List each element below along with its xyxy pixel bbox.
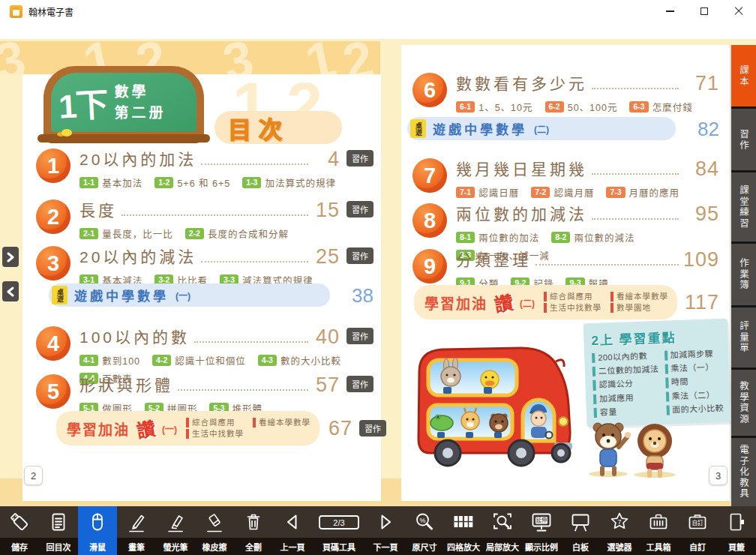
subsection[interactable]: 4-2認識十位和個位 bbox=[152, 353, 246, 368]
game-title[interactable]: 遊戲中學數學 bbox=[74, 286, 169, 304]
subsection[interactable]: 8-1兩位數的加法 bbox=[456, 230, 539, 244]
subsection[interactable]: 6-250、100元 bbox=[545, 100, 618, 114]
page-tabs-button[interactable]: 頁籤 bbox=[717, 506, 756, 555]
chapter-title[interactable]: 形狀與形體 bbox=[80, 373, 173, 395]
chapter-page-number: 57 bbox=[313, 375, 340, 395]
chapter-title[interactable]: 20以內的加法 bbox=[80, 147, 196, 170]
boost-title: 學習加油 bbox=[67, 418, 130, 439]
workbook-badge[interactable]: 習作 bbox=[346, 328, 374, 344]
subsection[interactable]: 4-3數的大小比較 bbox=[258, 353, 341, 368]
game-row-2[interactable]: 桌遊 遊戲中學數學 (二) 82 bbox=[407, 117, 719, 140]
sidebar-tab-textbook[interactable]: 課本 bbox=[731, 45, 756, 106]
back-to-toc-button[interactable]: 回目次 bbox=[39, 506, 78, 555]
toc-list-icon bbox=[47, 511, 70, 533]
toc-chapter-5[interactable]: 5 形狀與形體 57 習作 5-1做圖形 5-2拼圖形 5-3堆形體 bbox=[36, 373, 374, 416]
delete-all-button[interactable]: 全刪 bbox=[234, 506, 273, 555]
minimize-button[interactable] bbox=[652, 0, 687, 22]
lp-item: 時間 bbox=[665, 376, 723, 388]
chapter-title[interactable]: 長度 bbox=[80, 198, 117, 220]
subsection[interactable]: 6-11、5、10元 bbox=[456, 100, 533, 114]
subsection-code: 7-1 bbox=[456, 187, 475, 198]
number-picker-button[interactable]: 7 選號器 bbox=[600, 506, 639, 555]
dotted-leader bbox=[592, 218, 679, 220]
workbook-badge[interactable]: 習作 bbox=[346, 201, 374, 218]
chapter-title[interactable]: 數數看有多少元 bbox=[456, 71, 587, 94]
next-page-button[interactable]: 下一頁 bbox=[366, 506, 405, 555]
chapter-title[interactable]: 兩位數的加減法 bbox=[456, 202, 587, 224]
quad-zoom-button[interactable]: 四格放大 bbox=[444, 506, 483, 555]
toc-chapter-3[interactable]: 3 20以內的減法 25 習作 3-1基本減法 3-2比比看 3-3減法算式的規… bbox=[36, 244, 374, 287]
subsection[interactable]: 7-2認識月曆 bbox=[531, 185, 594, 200]
whiteboard-button[interactable]: 白板 bbox=[561, 506, 600, 555]
save-button[interactable]: 儲存 bbox=[0, 506, 39, 555]
workbook-badge[interactable]: 習作 bbox=[346, 376, 374, 392]
custom-button[interactable]: 自訂 自訂 bbox=[678, 506, 717, 555]
prev-page-button[interactable]: 上一頁 bbox=[273, 506, 312, 555]
workbook-badge[interactable]: 習作 bbox=[346, 150, 374, 166]
subsection-code: 8-1 bbox=[456, 232, 475, 243]
sidebar-tab-digital-tools[interactable]: 電子化教具 bbox=[731, 438, 756, 506]
sidebar-tab-class-practice[interactable]: 課堂練習 bbox=[731, 172, 756, 242]
maximize-button[interactable] bbox=[687, 0, 722, 22]
toolbar-label: 原尺寸 bbox=[412, 538, 437, 555]
subsection[interactable]: 8-2兩位數的減法 bbox=[551, 230, 634, 244]
subsection-label: 數到100 bbox=[102, 353, 140, 368]
original-size-button[interactable]: % 原尺寸 bbox=[405, 506, 444, 555]
subsection[interactable]: 1-3加法算式的規律 bbox=[242, 176, 336, 190]
toolbox-button[interactable]: 工具箱 bbox=[639, 506, 678, 555]
toolbar-label: 畫筆 bbox=[128, 538, 145, 555]
chapter-page-number: 71 bbox=[683, 74, 719, 94]
game-row-1[interactable]: 桌遊 遊戲中學數學 (一) 38 bbox=[49, 284, 374, 307]
highlighter-tool-button[interactable]: 螢光筆 bbox=[156, 506, 195, 555]
lp-title-text: 學習重點 bbox=[619, 331, 676, 347]
toc-chapter-9[interactable]: 9 分類整理 109 9-1分類 9-2記錄 9-3報讀 bbox=[412, 248, 719, 290]
boost-row-1[interactable]: 學習加油 讚 (一) 綜合與應用 看繪本學數學 生活中找數學 67 習作 bbox=[56, 411, 374, 446]
subsection[interactable]: 1-1基本加法 bbox=[80, 176, 142, 190]
boost-row-2[interactable]: 學習加油 讚 (二) 綜合與應用 看繪本學數學 生活中找數學 數學園地 117 bbox=[414, 285, 719, 320]
chapter-number-badge: 8 bbox=[412, 203, 447, 238]
chapter-title[interactable]: 幾月幾日星期幾 bbox=[456, 157, 587, 179]
sidebar-tab-assessment[interactable]: 評量單 bbox=[731, 308, 756, 368]
page-number-left[interactable]: 2 bbox=[24, 466, 43, 485]
minimize-icon bbox=[666, 10, 674, 12]
subsection[interactable]: 2-2長度的合成和分解 bbox=[185, 226, 289, 241]
close-button[interactable] bbox=[722, 0, 756, 22]
subsection[interactable]: 4-1數到100 bbox=[80, 353, 140, 368]
chapter-number-badge: 5 bbox=[36, 374, 70, 409]
lp-item: 加減兩步驟 bbox=[664, 349, 722, 361]
custom-case-icon: 自訂 bbox=[686, 511, 709, 533]
subsection-label: 兩位數的加法 bbox=[478, 230, 539, 244]
subsection[interactable]: 7-3月曆的應用 bbox=[606, 185, 680, 200]
sidebar-tab-teaching-resources[interactable]: 教學資源 bbox=[731, 370, 756, 436]
workbook-badge[interactable]: 習作 bbox=[346, 248, 374, 264]
chapter-title[interactable]: 20以內的減法 bbox=[80, 244, 196, 267]
usb-drive-icon bbox=[8, 511, 31, 533]
toc-chapter-2[interactable]: 2 長度 15 習作 2-1量長度，比一比 2-2長度的合成和分解 bbox=[36, 198, 374, 241]
area-zoom-button[interactable]: 局部放大 bbox=[483, 506, 522, 555]
workbook-badge[interactable]: 習作 bbox=[359, 420, 386, 436]
pen-tool-button[interactable]: 畫筆 bbox=[117, 506, 156, 555]
dotted-leader bbox=[536, 264, 679, 266]
chapter-number-badge: 1 bbox=[36, 148, 70, 183]
toolbar-label: 下一頁 bbox=[374, 538, 398, 555]
display-ratio-button[interactable]: 延伸 顯示比例 bbox=[522, 506, 561, 555]
mouse-tool-button[interactable]: 滑鼠 bbox=[78, 506, 117, 555]
nav-next-button[interactable] bbox=[2, 247, 19, 267]
sidebar-tab-homework[interactable]: 作業簿 bbox=[731, 244, 756, 305]
subsection[interactable]: 1-25+6 和 6+5 bbox=[154, 176, 230, 190]
game-title[interactable]: 遊戲中學數學 bbox=[433, 119, 527, 138]
toc-chapter-6[interactable]: 6 數數看有多少元 71 6-11、5、10元 6-250、100元 6-3怎麼… bbox=[412, 71, 719, 114]
eraser-tool-button[interactable]: 橡皮擦 bbox=[195, 506, 234, 555]
toc-chapter-1[interactable]: 1 20以內的加法 4 習作 1-1基本加法 1-25+6 和 6+5 1-3加… bbox=[36, 147, 374, 190]
subsection[interactable]: 7-1認識日曆 bbox=[456, 185, 519, 200]
chapter-title[interactable]: 分類整理 bbox=[456, 248, 531, 270]
boost-volume: (二) bbox=[520, 296, 535, 309]
page-number-tool[interactable]: 2/3 頁碼工具 bbox=[312, 506, 366, 555]
page-number-right[interactable]: 3 bbox=[709, 466, 728, 485]
subsection[interactable]: 6-3怎麼付錢 bbox=[629, 100, 692, 114]
nav-prev-button[interactable] bbox=[2, 281, 19, 302]
chapter-title[interactable]: 100以內的數 bbox=[80, 325, 190, 347]
subsection[interactable]: 2-1量長度，比一比 bbox=[80, 226, 173, 241]
toc-chapter-7[interactable]: 7 幾月幾日星期幾 84 7-1認識日曆 7-2認識月曆 7-3月曆的應用 bbox=[412, 157, 719, 200]
sidebar-tab-workbook[interactable]: 習作 bbox=[731, 109, 756, 170]
